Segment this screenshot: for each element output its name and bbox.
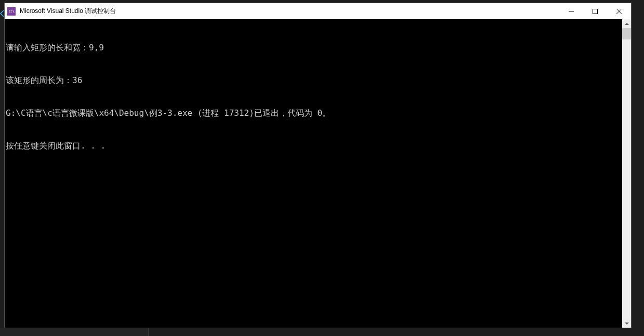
- minimize-icon: [569, 9, 574, 14]
- console-line: 该矩形的周长为：36: [6, 75, 622, 86]
- scrollbar-down-button[interactable]: [622, 319, 631, 328]
- bottom-left-panel: [0, 328, 148, 336]
- console-body: 请输入矩形的长和宽：9,9 该矩形的周长为：36 G:\C语言\c语言微课版\x…: [5, 19, 631, 328]
- console-output[interactable]: 请输入矩形的长和宽：9,9 该矩形的周长为：36 G:\C语言\c语言微课版\x…: [5, 19, 622, 328]
- console-window: C:\ Microsoft Visual Studio 调试控制台 请输入矩形的…: [4, 3, 632, 328]
- editor-bottom-strip: [0, 328, 644, 336]
- close-icon: [616, 9, 622, 14]
- scrollbar-track[interactable]: [622, 28, 631, 319]
- close-button[interactable]: [607, 3, 631, 19]
- minimize-button[interactable]: [559, 3, 583, 19]
- console-line: 请输入矩形的长和宽：9,9: [6, 42, 622, 53]
- console-line: 按任意键关闭此窗口. . .: [6, 140, 622, 151]
- window-controls: [559, 3, 631, 19]
- chevron-down-icon: [625, 321, 629, 326]
- maximize-icon: [593, 9, 598, 14]
- titlebar[interactable]: C:\ Microsoft Visual Studio 调试控制台: [5, 3, 631, 19]
- vertical-scrollbar[interactable]: [622, 19, 631, 328]
- maximize-button[interactable]: [583, 3, 607, 19]
- bottom-divider: [148, 328, 149, 336]
- scrollbar-thumb[interactable]: [622, 28, 631, 39]
- window-title: Microsoft Visual Studio 调试控制台: [20, 7, 559, 16]
- chevron-up-icon: [625, 22, 629, 26]
- svg-rect-0: [593, 9, 598, 14]
- back-arrow-icon: [0, 9, 4, 18]
- app-icon: C:\: [7, 7, 16, 16]
- scrollbar-up-button[interactable]: [622, 19, 631, 28]
- console-line: G:\C语言\c语言微课版\x64\Debug\例3-3.exe (进程 173…: [6, 107, 622, 118]
